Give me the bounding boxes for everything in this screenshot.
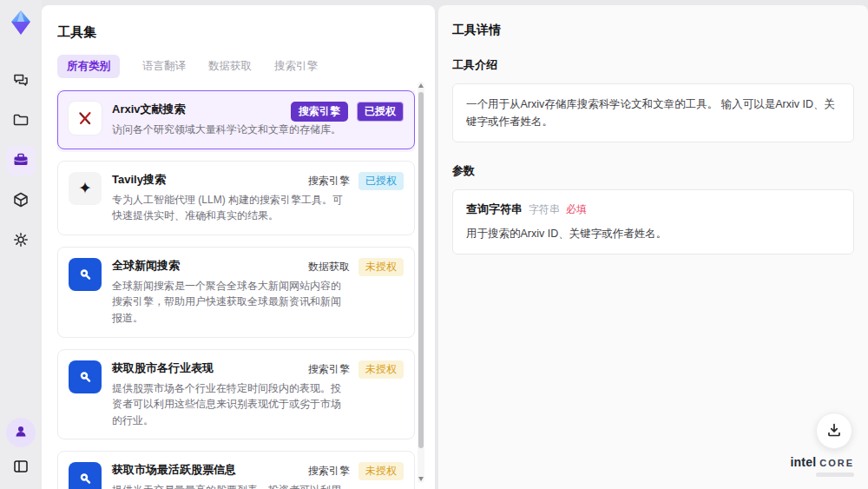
tool-description: 专为人工智能代理 (LLM) 构建的搜索引擎工具。可快速提供实时、准确和真实的结… xyxy=(112,192,345,224)
status-badge: 未授权 xyxy=(358,258,404,276)
params-heading: 参数 xyxy=(452,163,854,179)
sidebar-item-files[interactable] xyxy=(6,106,36,135)
param-required-badge: 必填 xyxy=(566,202,587,217)
tool-list-item-stock-sectors[interactable]: 获取股市各行业表现 提供股票市场各个行业在特定时间段内的表现。投资者可以利用这些… xyxy=(57,349,415,440)
sidebar-bottom xyxy=(6,418,36,482)
tool-description: 访问各个研究领域大量科学论文和文章的存储库。 xyxy=(112,122,345,138)
sidebar-item-collapse[interactable] xyxy=(6,453,36,482)
parameter-box: 查询字符串 字符串 必填 用于搜索的Arxiv ID、关键字或作者姓名。 xyxy=(452,189,854,254)
param-name: 查询字符串 xyxy=(466,202,523,217)
sidebar-item-models[interactable] xyxy=(6,186,36,215)
scroll-down-icon[interactable] xyxy=(418,477,424,481)
page-title: 工具集 xyxy=(57,24,435,41)
status-badge: 未授权 xyxy=(358,360,404,379)
scroll-up-icon[interactable] xyxy=(418,83,424,88)
gear-icon xyxy=(12,231,30,251)
tab-all-categories[interactable]: 所有类别 xyxy=(57,55,120,78)
intel-core-logo: intelcore xyxy=(790,454,854,477)
briefcase-icon xyxy=(12,151,30,171)
panel-toggle-icon xyxy=(12,458,30,478)
tool-description: 提供当天交易量最高的股票列表，投资者可以利用这些信息来识别流动性强的股票和潜在的… xyxy=(112,482,345,489)
param-type: 字符串 xyxy=(529,202,560,217)
detail-title: 工具详情 xyxy=(452,23,854,38)
search-logo-icon xyxy=(69,462,102,489)
user-icon xyxy=(13,424,29,442)
sidebar-item-chat[interactable] xyxy=(6,66,36,96)
cube-icon xyxy=(12,191,30,211)
sparkle-icon: ✦ xyxy=(69,172,102,205)
sidebar-nav xyxy=(6,66,36,255)
download-button[interactable] xyxy=(816,413,852,449)
core-logo-text: core xyxy=(819,458,854,468)
category-label: 搜索引擎 xyxy=(308,174,350,188)
intro-heading: 工具介绍 xyxy=(452,57,854,73)
tab-search-engine[interactable]: 搜索引擎 xyxy=(274,55,318,78)
tab-language-translation[interactable]: 语言翻译 xyxy=(142,55,186,78)
category-label: 数据获取 xyxy=(308,260,350,274)
category-label: 搜索引擎 xyxy=(308,464,350,479)
intro-box: 一个用于从Arxiv存储库搜索科学论文和文章的工具。 输入可以是Arxiv ID… xyxy=(452,83,854,142)
folder-icon xyxy=(12,111,30,131)
category-tabs: 所有类别 语言翻译 数据获取 搜索引擎 xyxy=(57,55,435,78)
scrollbar[interactable] xyxy=(418,82,424,483)
app-logo-icon xyxy=(8,9,34,36)
tool-description: 全球新闻搜索是一个聚合全球各大新闻网站内容的搜索引擎，帮助用户快速获取全球最新资… xyxy=(112,278,345,327)
status-badge: 已授权 xyxy=(358,172,404,190)
category-label: 搜索引擎 xyxy=(308,362,350,377)
chat-icon xyxy=(12,71,30,91)
sidebar-item-profile[interactable] xyxy=(6,418,36,447)
sidebar xyxy=(0,0,42,489)
status-badge: 已授权 xyxy=(357,102,404,122)
intel-logo-text: intel xyxy=(790,455,816,469)
logo-subtext xyxy=(816,472,854,477)
search-logo-icon xyxy=(69,258,102,291)
sidebar-item-settings[interactable] xyxy=(6,226,36,255)
scrollbar-thumb[interactable] xyxy=(418,92,424,448)
download-icon xyxy=(825,421,843,441)
category-badge: 搜索引擎 xyxy=(291,102,348,122)
tool-list-item-tavily[interactable]: ✦ Tavily搜索 专为人工智能代理 (LLM) 构建的搜索引擎工具。可快速提… xyxy=(57,161,415,235)
tool-detail-panel: 工具详情 工具介绍 一个用于从Arxiv存储库搜索科学论文和文章的工具。 输入可… xyxy=(438,5,868,489)
tool-list: Arxiv文献搜索 访问各个研究领域大量科学论文和文章的存储库。 搜索引擎 已授… xyxy=(57,90,415,489)
arxiv-logo-icon xyxy=(69,102,102,135)
status-badge: 未授权 xyxy=(358,462,404,480)
tool-list-panel: 工具集 所有类别 语言翻译 数据获取 搜索引擎 Arxiv文献搜索 访问各个研究… xyxy=(42,5,435,489)
search-logo-icon xyxy=(69,360,102,393)
tool-list-item-global-news[interactable]: 全球新闻搜索 全球新闻搜索是一个聚合全球各大新闻网站内容的搜索引擎，帮助用户快速… xyxy=(57,247,415,338)
tab-data-fetch[interactable]: 数据获取 xyxy=(208,55,252,78)
param-description: 用于搜索的Arxiv ID、关键字或作者姓名。 xyxy=(466,225,840,242)
tool-list-item-active-stocks[interactable]: 获取市场最活跃股票信息 提供当天交易量最高的股票列表，投资者可以利用这些信息来识… xyxy=(57,451,415,489)
sidebar-item-tools[interactable] xyxy=(6,146,36,175)
tool-description: 提供股票市场各个行业在特定时间段内的表现。投资者可以利用这些信息来识别表现优于或… xyxy=(112,380,345,429)
tool-list-item-arxiv[interactable]: Arxiv文献搜索 访问各个研究领域大量科学论文和文章的存储库。 搜索引擎 已授… xyxy=(57,90,415,149)
intro-text: 一个用于从Arxiv存储库搜索科学论文和文章的工具。 输入可以是Arxiv ID… xyxy=(466,96,840,130)
